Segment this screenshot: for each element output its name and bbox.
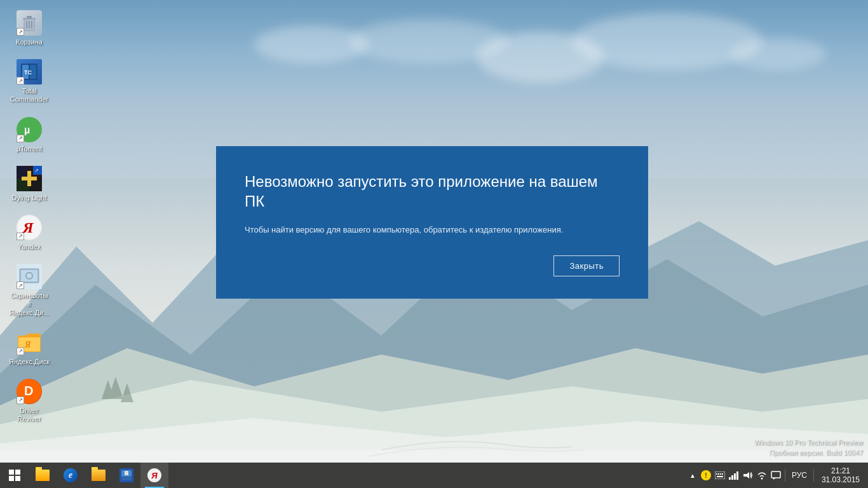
message-icon xyxy=(771,471,781,480)
svg-text:D: D xyxy=(24,384,33,398)
yandex-label: Yandex xyxy=(18,243,41,251)
wifi-icon xyxy=(757,471,767,480)
dialog-title: Невозможно запустить это приложение на в… xyxy=(245,172,620,211)
desktop-icon-screenshots[interactable]: ↗ Скриншотыв Яндекс.Ди... xyxy=(6,260,52,321)
taskbar-floppy-app[interactable] xyxy=(112,463,140,488)
recycle-bin-label: Корзина xyxy=(16,38,43,46)
tray-volume-icon[interactable] xyxy=(742,463,754,488)
yandex-icon: Я ↗ xyxy=(17,215,42,240)
dialog-message: Чтобы найти версию для вашего компьютера… xyxy=(245,224,620,236)
taskbar-file-explorer[interactable] xyxy=(29,463,57,488)
screenshots-icon: ↗ xyxy=(17,264,42,289)
taskbar-file-manager[interactable] xyxy=(85,463,112,488)
dialog-close-button[interactable]: Закрыть xyxy=(553,255,620,276)
tray-keyboard-icon[interactable] xyxy=(714,463,726,488)
tray-notification-icon[interactable]: ! xyxy=(700,463,712,488)
windows-version-info: Windows 10 Pro Technical Preview Пробная… xyxy=(754,438,863,458)
taskbar-tray: ▲ ! xyxy=(687,463,868,488)
svg-rect-55 xyxy=(729,477,731,480)
tray-expand-button[interactable]: ▲ xyxy=(687,472,698,479)
file-explorer-icon xyxy=(36,470,50,481)
taskbar-pinned-apps: e Я xyxy=(29,463,168,488)
clock[interactable]: 21:21 31.03.2015 xyxy=(817,463,865,488)
dying-light-label: Dying Light xyxy=(11,194,46,202)
tray-message-icon[interactable] xyxy=(770,463,782,488)
desktop-icon-utorrent[interactable]: µ ↗ µTorrent xyxy=(6,113,52,157)
keyboard-icon xyxy=(715,471,725,479)
svg-rect-58 xyxy=(736,471,738,480)
windows-logo-icon xyxy=(9,470,20,481)
network-signal-icon xyxy=(729,471,739,480)
error-dialog: Невозможно запустить это приложение на в… xyxy=(216,146,648,299)
total-commander-label: TotalCommander xyxy=(10,87,49,104)
svg-rect-49 xyxy=(715,471,725,479)
utorrent-icon: µ ↗ xyxy=(17,117,42,142)
screenshots-label: Скриншотыв Яндекс.Ди... xyxy=(9,292,50,317)
svg-text:↗: ↗ xyxy=(34,168,39,173)
ie-icon: e xyxy=(64,468,78,482)
svg-rect-60 xyxy=(771,471,780,478)
svg-rect-57 xyxy=(734,473,736,480)
driver-reviver-shortcut-arrow: ↗ xyxy=(17,396,24,404)
total-commander-icon: TC ↗ xyxy=(17,59,42,85)
svg-rect-53 xyxy=(722,473,723,475)
desktop-icon-dying-light[interactable]: ↗ Dying Light xyxy=(6,162,52,206)
dialog-actions: Закрыть xyxy=(245,255,620,276)
desktop-icons-container: ↗ Корзина TC ↗ TotalCommander µ xyxy=(6,6,52,432)
desktop-icon-driver-reviver[interactable]: D ↗ DriverReviver xyxy=(6,375,52,427)
total-commander-shortcut-arrow: ↗ xyxy=(17,77,24,85)
desktop-icon-total-commander[interactable]: TC ↗ TotalCommander xyxy=(6,55,52,107)
language-selector[interactable]: РУС xyxy=(788,463,811,488)
desktop-icon-yadisk[interactable]: Я ↗ Яндекс.Диск xyxy=(6,326,52,370)
utorrent-shortcut-arrow: ↗ xyxy=(17,135,24,142)
utorrent-label: µTorrent xyxy=(17,145,43,153)
start-button[interactable] xyxy=(0,463,29,488)
win-version-line1: Windows 10 Pro Technical Preview xyxy=(754,438,863,447)
svg-marker-59 xyxy=(743,472,749,478)
clock-date: 31.03.2015 xyxy=(822,475,860,484)
svg-rect-47 xyxy=(121,477,132,480)
svg-text:TC: TC xyxy=(24,69,32,76)
yadisk-shortcut-arrow: ↗ xyxy=(17,348,24,355)
svg-rect-32 xyxy=(22,177,37,180)
tray-network-icon[interactable] xyxy=(728,463,740,488)
svg-rect-56 xyxy=(731,475,733,480)
svg-point-41 xyxy=(27,273,32,278)
svg-rect-52 xyxy=(720,473,721,475)
yadisk-label: Яндекс.Диск xyxy=(9,358,50,366)
taskbar-yandex-browser[interactable]: Я xyxy=(140,463,168,488)
floppy-icon xyxy=(119,468,133,482)
svg-text:Я: Я xyxy=(24,340,31,349)
taskbar-yandex-icon: Я xyxy=(147,468,161,482)
tray-wifi-icon[interactable] xyxy=(756,463,768,488)
svg-text:µ: µ xyxy=(24,125,30,135)
yandex-shortcut-arrow: ↗ xyxy=(17,233,24,240)
clock-time: 21:21 xyxy=(831,466,850,475)
svg-rect-16 xyxy=(27,16,32,18)
tray-separator-2 xyxy=(813,469,814,482)
notification-badge: ! xyxy=(701,470,711,480)
recycle-bin-icon: ↗ xyxy=(17,10,42,36)
taskbar: e Я ▲ ! xyxy=(0,463,868,488)
yadisk-icon: Я ↗ xyxy=(17,330,42,355)
tray-separator xyxy=(785,469,785,482)
desktop-icon-yandex[interactable]: Я ↗ Yandex xyxy=(6,211,52,255)
screenshots-shortcut-arrow: ↗ xyxy=(17,281,24,289)
win-version-line2: Пробная версия. Build 10047 xyxy=(754,448,863,458)
dying-light-icon: ↗ xyxy=(17,166,42,191)
driver-reviver-label: DriverReviver xyxy=(17,407,41,423)
file-manager-icon xyxy=(92,470,105,481)
desktop-icon-recycle-bin[interactable]: ↗ Корзина xyxy=(6,6,52,50)
volume-icon xyxy=(743,471,753,480)
svg-rect-54 xyxy=(717,476,723,477)
recycle-bin-shortcut-arrow: ↗ xyxy=(17,28,24,36)
taskbar-ie[interactable]: e xyxy=(57,463,85,488)
driver-reviver-icon: D ↗ xyxy=(17,379,42,404)
svg-rect-50 xyxy=(716,473,717,475)
svg-rect-51 xyxy=(718,473,719,475)
svg-rect-48 xyxy=(125,471,128,475)
svg-rect-10 xyxy=(0,450,868,463)
